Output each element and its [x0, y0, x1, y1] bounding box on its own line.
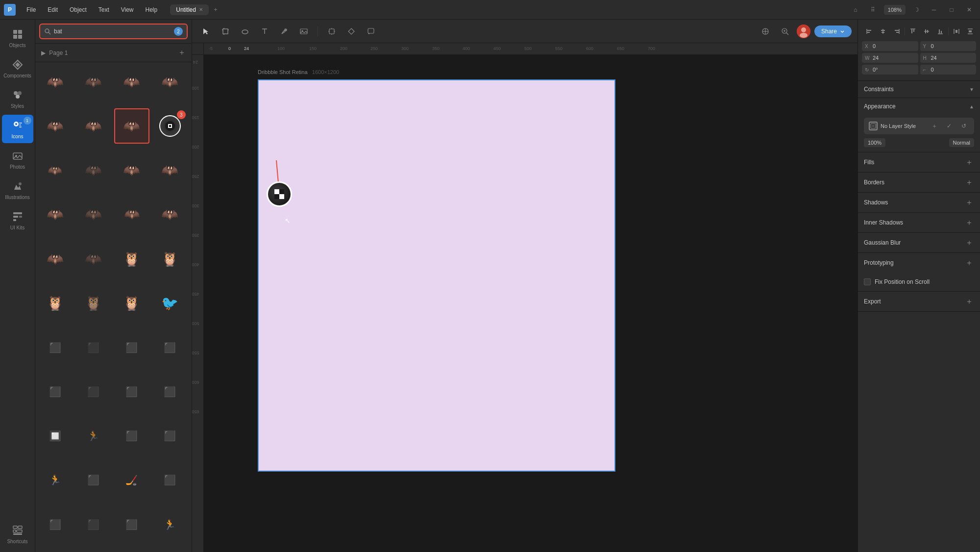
w-field[interactable]: W 24 [862, 53, 918, 63]
icon-cell-4-3[interactable]: 🦇 [114, 197, 149, 232]
zoom-display[interactable]: 108% [884, 5, 906, 15]
rotation-field[interactable]: ↻ 0° [862, 65, 918, 75]
borders-add-btn[interactable]: ＋ [964, 177, 974, 187]
grid-btn[interactable]: ⠿ [866, 3, 880, 17]
icon-cell-9-1[interactable]: 🔲 [37, 418, 73, 453]
icon-cell-5-1[interactable]: 🦇 [37, 241, 73, 276]
icon-cell-6-3[interactable]: 🦉 [114, 285, 149, 321]
transform-tool[interactable] [324, 24, 340, 39]
inspect-btn[interactable] [777, 24, 793, 39]
icon-cell-6-4[interactable]: 🐦 [152, 285, 188, 321]
icon-cell-bat4[interactable]: 🦇 [152, 64, 188, 100]
menu-help[interactable]: Help [141, 4, 163, 15]
icon-cell-10-1[interactable]: 🏃 [37, 462, 73, 498]
minimize-btn[interactable]: ─ [927, 3, 941, 17]
maximize-btn[interactable]: □ [945, 3, 958, 17]
icon-cell-11-1[interactable]: ⬛ [37, 507, 73, 542]
app-icon[interactable]: P [4, 4, 16, 16]
icon-cell-10-4[interactable]: ⬛ [152, 462, 188, 498]
align-right-btn[interactable] [891, 25, 903, 37]
icon-cell-11-3[interactable]: ⬛ [114, 507, 149, 542]
tab-close-btn[interactable]: ✕ [199, 7, 203, 12]
blend-mode[interactable]: Normal [949, 138, 974, 147]
sidebar-item-illustrations[interactable]: Illustrations [2, 176, 33, 204]
align-center-h-btn[interactable] [877, 25, 889, 37]
gaussian-blur-header[interactable]: Gaussian Blur ＋ [858, 233, 980, 252]
sidebar-item-objects[interactable]: Objects [2, 24, 33, 52]
icon-cell-6-2[interactable]: 🦉 [75, 285, 111, 321]
prototype-mode-btn[interactable] [758, 24, 773, 39]
icon-cell-bat5[interactable]: 🦇 [37, 108, 73, 144]
comment-tool[interactable] [363, 24, 379, 39]
design-frame[interactable] [258, 79, 615, 472]
icon-cell-7-2[interactable]: ⬛ [75, 330, 111, 365]
inner-shadows-add-btn[interactable]: ＋ [964, 218, 974, 227]
frame-tool[interactable] [218, 24, 233, 39]
select-tool[interactable] [198, 24, 214, 39]
shadows-add-btn[interactable]: ＋ [964, 198, 974, 207]
icon-cell-bat8-dragged[interactable]: 3 [152, 108, 188, 144]
icon-cell-7-4[interactable]: ⬛ [152, 330, 188, 365]
fills-header[interactable]: Fills ＋ [858, 152, 980, 172]
tab-untitled[interactable]: Untitled ✕ [170, 4, 209, 15]
icon-cell-8-3[interactable]: ⬛ [114, 374, 149, 409]
layer-reset-btn[interactable]: ↺ [958, 121, 969, 131]
sidebar-item-styles[interactable]: Styles [2, 84, 33, 113]
h-field[interactable]: H 24 [920, 53, 977, 63]
layer-check-btn[interactable]: ✓ [944, 121, 955, 131]
sidebar-item-icons[interactable]: Icons 1 [2, 115, 33, 143]
fix-scroll-checkbox[interactable] [864, 278, 871, 285]
icon-cell-6-1[interactable]: 🦉 [37, 285, 73, 321]
icon-cell-11-4[interactable]: 🏃 [152, 507, 188, 542]
text-tool[interactable] [257, 24, 272, 39]
rect-tool[interactable] [237, 24, 253, 39]
icon-cell-9-2[interactable]: 🏃 [75, 418, 111, 453]
layer-style-row[interactable]: No Layer Style ＋ ✓ ↺ [864, 118, 974, 134]
icon-cell-bat6[interactable]: 🦇 [75, 108, 111, 144]
icon-cell-bat3[interactable]: 🦇 [114, 64, 149, 100]
menu-edit2[interactable]: Edit [43, 4, 63, 15]
icon-cell-8-4[interactable]: ⬛ [152, 374, 188, 409]
moon-btn[interactable]: ☽ [909, 3, 923, 17]
export-add-btn[interactable]: ＋ [964, 297, 974, 306]
gaussian-blur-add-btn[interactable]: ＋ [964, 238, 974, 248]
shadows-header[interactable]: Shadows ＋ [858, 193, 980, 212]
icon-cell-10-3[interactable]: 🏒 [114, 462, 149, 498]
menu-text[interactable]: Text [94, 4, 114, 15]
x-field[interactable]: X 0 [862, 41, 918, 51]
icon-cell-4-4[interactable]: 🦇 [152, 197, 188, 232]
icon-cell-4-1[interactable]: 🦇 [37, 197, 73, 232]
prototyping-add-btn[interactable]: ＋ [964, 258, 974, 268]
icon-cell-7-3[interactable]: ⬛ [114, 330, 149, 365]
align-top-btn[interactable] [907, 25, 919, 37]
tab-add-btn[interactable]: ＋ [209, 3, 222, 16]
pen-tool[interactable] [276, 24, 292, 39]
search-input[interactable]: bat [54, 28, 171, 35]
menu-view[interactable]: View [116, 4, 139, 15]
icon-cell-5-2[interactable]: 🦇 [75, 241, 111, 276]
canvas-content[interactable]: Dribbble Shot Retina 1600×1200 [204, 55, 858, 552]
window-close-btn[interactable]: ✕ [962, 3, 976, 17]
y-field[interactable]: Y 0 [920, 41, 977, 51]
canvas-viewport[interactable]: -5 0 24 100 150 200 250 300 350 400 450 … [192, 43, 858, 552]
sidebar-item-uikits[interactable]: UI Kits [2, 206, 33, 234]
icon-cell-3-4[interactable]: 🦇 [152, 153, 188, 188]
icon-cell-3-2[interactable]: 🦇 [75, 153, 111, 188]
menu-edit[interactable]: File [22, 4, 41, 15]
prototyping-header[interactable]: Prototyping ＋ [858, 253, 980, 273]
constraints-header[interactable]: Constraints ▼ [858, 81, 980, 98]
component-tool[interactable] [343, 24, 359, 39]
sidebar-item-photos[interactable]: Photos [2, 145, 33, 174]
borders-header[interactable]: Borders ＋ [858, 173, 980, 192]
image-tool[interactable] [296, 24, 312, 39]
icon-cell-9-3[interactable]: ⬛ [114, 418, 149, 453]
icon-cell-10-2[interactable]: ⬛ [75, 462, 111, 498]
appearance-header[interactable]: Appearance ▲ [858, 98, 980, 115]
align-left-btn[interactable] [863, 25, 875, 37]
search-box[interactable]: bat 2 [39, 24, 188, 39]
icon-cell-5-4[interactable]: 🦉 [152, 241, 188, 276]
icon-cell-4-2[interactable]: 🦇 [75, 197, 111, 232]
icon-cell-9-4[interactable]: ⬛ [152, 418, 188, 453]
icon-cell-11-2[interactable]: ⬛ [75, 507, 111, 542]
icon-cell-3-3[interactable]: 🦇 [114, 153, 149, 188]
